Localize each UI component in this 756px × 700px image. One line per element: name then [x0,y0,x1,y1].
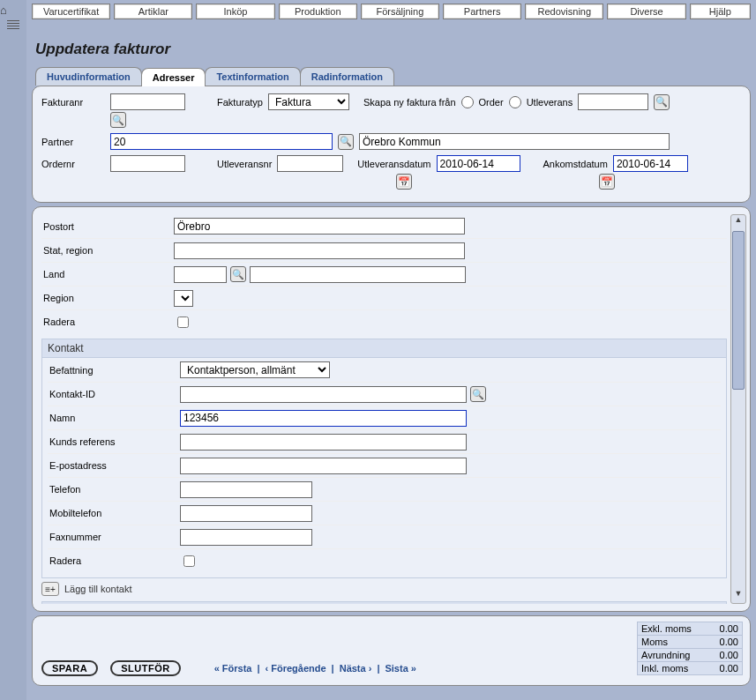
mobil-input[interactable] [180,505,312,522]
ankomstdatum-label: Ankomstdatum [543,159,608,169]
scrollbar[interactable]: ▲ ▼ [730,214,746,604]
land-name-display [250,266,466,283]
pager: « Första | ‹ Föregående | Nästa › | Sist… [214,663,416,674]
radera-kontakt-label: Radera [48,555,180,566]
namn-input[interactable] [180,410,467,427]
fax-input[interactable] [180,529,312,546]
utleveransdatum-calendar-icon[interactable]: 📅 [396,174,412,190]
exkl-value: 0.00 [720,623,738,634]
fax-label: Faxnummer [48,532,180,542]
epost-input[interactable] [180,458,467,474]
kontaktid-search-icon[interactable]: 🔍 [470,386,486,402]
avr-value: 0.00 [720,650,738,660]
ordernr-input[interactable] [110,155,185,172]
ankomstdatum-calendar-icon[interactable]: 📅 [599,174,615,190]
inkl-value: 0.00 [720,663,738,674]
moms-label: Moms [641,637,668,647]
skapa-label: Skapa ny faktura från [363,97,456,108]
ankomstdatum-input[interactable] [613,155,688,172]
drag-grip-icon[interactable] [7,20,19,31]
plus-icon: ≡+ [41,582,59,596]
stat-label: Stat, region [41,245,174,256]
slutfor-button[interactable]: SLUTFÖR [110,660,180,676]
postort-input[interactable] [174,218,465,235]
main-area: Varucertifikat Artiklar Inköp Produktion… [26,0,756,700]
menu-forsaljning[interactable]: Försäljning [361,4,439,19]
menu-varucertifikat[interactable]: Varucertifikat [32,4,110,19]
fakturanr-input[interactable] [110,93,185,110]
spara-button[interactable]: SPARA [41,660,98,676]
fakturanr-label: Fakturanr [41,97,105,108]
utleveransnr-input[interactable] [277,155,343,172]
befattning-select[interactable]: Kontaktperson, allmänt [180,361,330,378]
utleveransnr-label: Utleveransnr [217,159,272,169]
tab-adresser[interactable]: Adresser [141,68,206,86]
totals-box: Exkl. moms0.00 Moms0.00 Avrundning0.00 I… [637,622,743,674]
stat-input[interactable] [174,242,465,259]
pager-prev[interactable]: ‹ Föregående [266,663,326,674]
add-kontakt-label: Lägg till kontakt [64,584,131,594]
utleveransdatum-input[interactable] [437,155,520,172]
footer-panel: Exkl. moms0.00 Moms0.00 Avrundning0.00 I… [32,615,751,686]
address-panel: Postort Stat, region Land 🔍 Region [32,206,751,612]
skapa-search-icon[interactable]: 🔍 [654,94,670,110]
fakturanr-search-icon[interactable]: 🔍 [110,112,126,128]
menu-produktion[interactable]: Produktion [279,4,357,19]
region-select[interactable] [174,290,193,307]
pager-next[interactable]: Nästa › [340,663,372,674]
fakturatyp-label: Fakturatyp [217,97,263,108]
land-code-input[interactable] [174,266,227,283]
scroll-down-icon[interactable]: ▼ [731,589,745,603]
telefon-input[interactable] [180,481,312,498]
kundsref-label: Kunds referens [48,436,180,447]
utleveransdatum-label: Utleveransdatum [357,159,430,169]
skapa-ref-input[interactable] [578,93,648,110]
home-icon[interactable]: ⌂ [0,4,26,17]
menu-partners[interactable]: Partners [443,4,521,19]
pager-first[interactable]: « Första [214,663,252,674]
telefon-label: Telefon [48,484,180,495]
adress-section-header: Adress [41,601,727,604]
namn-label: Namn [48,413,180,423]
kundsref-input[interactable] [180,434,467,451]
ordernr-label: Ordernr [41,159,105,169]
menu-inkop[interactable]: Inköp [196,4,274,19]
tab-radinformation[interactable]: Radinformation [300,67,394,86]
add-kontakt-link[interactable]: ≡+ Lägg till kontakt [41,578,727,599]
menu-diverse[interactable]: Diverse [607,4,685,19]
radera-addr-checkbox[interactable] [177,316,189,328]
region-label: Region [41,293,174,303]
scroll-thumb[interactable] [732,231,745,390]
epost-label: E-postadress [48,460,180,471]
menu-artiklar[interactable]: Artiklar [114,4,192,19]
postort-label: Postort [41,221,174,232]
land-label: Land [41,269,174,279]
partner-search-icon[interactable]: 🔍 [338,134,354,150]
exkl-label: Exkl. moms [641,623,692,634]
order-label: Order [479,97,504,108]
scroll-up-icon[interactable]: ▲ [731,215,745,229]
partner-name-display [359,133,670,150]
utleverans-radio[interactable] [509,96,521,108]
menu-hjalp[interactable]: Hjälp [690,4,751,19]
address-scroll-body: Postort Stat, region Land 🔍 Region [41,214,727,604]
tab-textinformation[interactable]: Textinformation [205,67,300,86]
land-search-icon[interactable]: 🔍 [230,266,246,282]
pager-last[interactable]: Sista » [385,663,415,674]
tab-huvudinformation[interactable]: Huvudinformation [35,67,142,86]
kontakt-section-header: Kontakt [41,339,727,358]
radera-addr-label: Radera [41,316,174,327]
fakturatyp-select[interactable]: Faktura [268,93,349,110]
utleverans-label: Utleverans [527,97,573,108]
kontaktid-label: Kontakt-ID [48,389,180,399]
kontaktid-input[interactable] [180,386,467,403]
partner-id-input[interactable] [110,133,333,150]
avr-label: Avrundning [641,650,690,660]
menu-redovisning[interactable]: Redovisning [525,4,603,19]
partner-label: Partner [41,137,105,147]
radera-kontakt-checkbox[interactable] [183,555,195,567]
page-title: Uppdatera fakturor [26,23,756,67]
order-radio[interactable] [461,96,474,108]
mobil-label: Mobiltelefon [48,508,180,518]
kontakt-section-body: Befattning Kontaktperson, allmänt Kontak… [41,358,727,578]
